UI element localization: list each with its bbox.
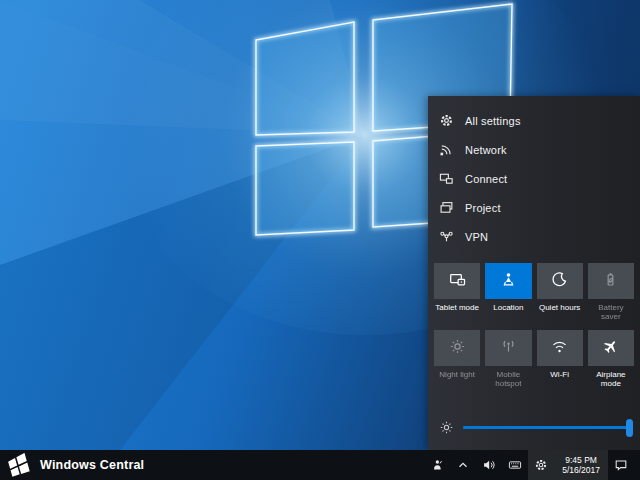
tile-label: Mobile hotspot xyxy=(485,370,531,388)
tile-location[interactable] xyxy=(485,263,531,299)
tile-airplane-mode[interactable] xyxy=(588,330,634,366)
quick-link-label: Network xyxy=(465,144,507,156)
tile-wifi[interactable] xyxy=(537,330,583,366)
tile-wrap-location: Location xyxy=(485,263,531,321)
action-center-icon[interactable] xyxy=(608,450,634,480)
tile-wrap-airplane-mode: Airplane mode xyxy=(588,330,634,388)
quick-link-connect[interactable]: Connect xyxy=(428,164,640,193)
tile-wrap-quiet-hours: Quiet hours xyxy=(537,263,583,321)
mobile-hotspot-icon xyxy=(500,338,517,358)
brightness-icon xyxy=(439,420,454,435)
people-icon[interactable] xyxy=(424,450,450,480)
tile-label: Location xyxy=(493,303,523,321)
quick-link-all-settings[interactable]: All settings xyxy=(428,106,640,135)
network-icon xyxy=(439,142,454,157)
battery-saver-icon xyxy=(602,271,619,291)
tile-wrap-tablet-mode: Tablet mode xyxy=(434,263,480,321)
tablet-mode-icon xyxy=(449,271,466,291)
tile-label: Quiet hours xyxy=(539,303,580,321)
settings-gear-icon[interactable] xyxy=(528,450,554,480)
quiet-hours-icon xyxy=(551,271,568,291)
vpn-icon xyxy=(439,229,454,244)
quick-link-label: Connect xyxy=(465,173,507,185)
tile-quiet-hours[interactable] xyxy=(537,263,583,299)
volume-icon[interactable] xyxy=(476,450,502,480)
quick-link-network[interactable]: Network xyxy=(428,135,640,164)
taskbar-clock[interactable]: 9:45 PM 5/16/2017 xyxy=(554,450,608,480)
tile-wrap-night-light: Night light xyxy=(434,330,480,388)
tile-tablet-mode[interactable] xyxy=(434,263,480,299)
tile-label: Wi-Fi xyxy=(550,370,569,388)
tile-battery-saver[interactable] xyxy=(588,263,634,299)
tile-label: Night light xyxy=(439,370,475,388)
tile-night-light[interactable] xyxy=(434,330,480,366)
tile-wrap-wifi: Wi-Fi xyxy=(537,330,583,388)
action-center-panel: All settings Network xyxy=(428,96,640,450)
brightness-slider-thumb[interactable] xyxy=(626,419,633,437)
project-icon xyxy=(439,200,454,215)
chevron-up-icon[interactable] xyxy=(450,450,476,480)
system-tray: 9:45 PM 5/16/2017 xyxy=(424,450,640,480)
settings-gear-icon xyxy=(439,113,454,128)
quick-link-label: All settings xyxy=(465,115,521,127)
connect-icon xyxy=(439,171,454,186)
quick-link-label: Project xyxy=(465,202,501,214)
clock-time: 9:45 PM xyxy=(565,455,597,465)
quick-links: All settings Network xyxy=(428,96,640,253)
quick-link-project[interactable]: Project xyxy=(428,193,640,222)
tile-wrap-battery-saver: Battery saver xyxy=(588,263,634,321)
tile-mobile-hotspot[interactable] xyxy=(485,330,531,366)
brightness-slider[interactable] xyxy=(463,426,630,429)
tile-label: Battery saver xyxy=(588,303,634,321)
tile-label: Tablet mode xyxy=(435,303,479,321)
tile-wrap-mobile-hotspot: Mobile hotspot xyxy=(485,330,531,388)
wifi-icon xyxy=(551,338,568,358)
brightness-slider-fill xyxy=(463,426,630,429)
taskbar: Windows Central xyxy=(0,450,640,480)
quick-link-vpn[interactable]: VPN xyxy=(428,222,640,251)
taskbar-brand-label: Windows Central xyxy=(40,458,144,472)
brightness-row xyxy=(428,420,640,450)
quick-link-label: VPN xyxy=(465,231,488,243)
touch-keyboard-icon[interactable] xyxy=(502,450,528,480)
quick-action-tiles: Tablet mode Location xyxy=(428,253,640,388)
location-icon xyxy=(500,271,517,291)
tile-label: Airplane mode xyxy=(588,370,634,388)
taskbar-brand[interactable]: Windows Central xyxy=(0,450,144,480)
clock-date: 5/16/2017 xyxy=(562,465,600,475)
airplane-mode-icon xyxy=(602,338,619,358)
windows-central-logo xyxy=(7,453,32,478)
desktop-screen: All settings Network xyxy=(0,0,640,480)
show-desktop-edge[interactable] xyxy=(634,450,640,480)
night-light-icon xyxy=(449,338,466,358)
